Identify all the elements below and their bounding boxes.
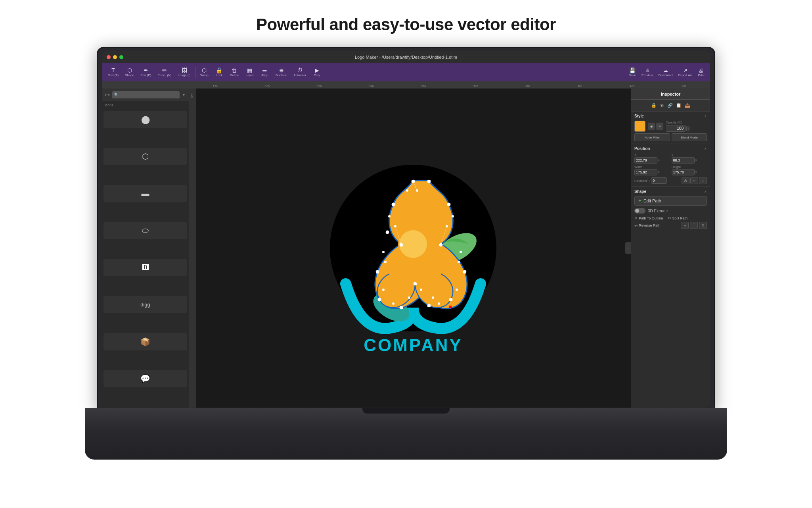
x-input[interactable] [634, 157, 657, 164]
sidebar-chevron[interactable]: ▼ [182, 93, 186, 97]
flip-h-btn[interactable]: ↔ [690, 177, 698, 184]
height-input[interactable] [672, 169, 695, 175]
ruler-mark-160: 160 [241, 85, 293, 88]
curve-tool-btn[interactable]: ⌒ [690, 222, 698, 229]
inspector-export-icon[interactable]: 📤 [685, 103, 690, 108]
sidebar-icon-dropbox[interactable]: 📦 [103, 333, 187, 350]
save-icon: 💾 [629, 68, 636, 73]
toolbar-pen[interactable]: ✒ Pen (P) [138, 66, 154, 78]
toolbar-play[interactable]: ▶ Play [310, 66, 324, 78]
download-icon: ☁ [663, 68, 668, 73]
shape-section-header: Shape ∧ [634, 189, 707, 194]
sidebar-icon-rect[interactable]: ▬ [103, 185, 187, 202]
flip-v-btn[interactable]: ↕ [699, 177, 707, 184]
panel-collapse-btn[interactable]: › [625, 242, 631, 254]
toolbar-sep-1 [195, 67, 195, 78]
layer-icon: ▦ [247, 67, 252, 73]
position-section: Position ∧ X ∨ [631, 144, 710, 187]
logo-container: COMPANY [322, 157, 504, 339]
align-icon: ⚌ [262, 67, 267, 73]
position-chevron[interactable]: ∧ [704, 147, 707, 151]
style-stroke-btn[interactable]: ✏ [656, 123, 663, 130]
toolbar-save[interactable]: 💾 Save [626, 67, 638, 78]
download-label: Download [659, 73, 673, 77]
toolbar-download[interactable]: ☁ Download [656, 67, 675, 78]
toolbar-pencil[interactable]: ✏ Pencil (N) [155, 66, 174, 78]
inspector-copy-icon[interactable]: 📋 [676, 103, 682, 108]
toolbar-shape[interactable]: ⬡ Shape [122, 66, 137, 78]
opacity-input[interactable] [666, 125, 686, 132]
extrude-toggle[interactable] [634, 208, 645, 214]
height-chevron[interactable]: ∨ [695, 171, 697, 174]
svg-point-33 [460, 251, 462, 253]
svg-point-15 [463, 270, 466, 273]
inspector-visibility-icon[interactable]: 👁 [660, 103, 664, 108]
image-icon: 🖼 [182, 67, 187, 73]
toolbar-text[interactable]: T Text (T) [105, 66, 121, 78]
node-filter-label: Node Filter [644, 136, 660, 139]
anchor-tool-btn[interactable]: ↯ [699, 222, 707, 229]
sidebar-icon-blogger[interactable]: 🅱 [103, 259, 187, 276]
width-coord: Width ∨ [634, 165, 670, 175]
rotation-dial[interactable]: ◎ [682, 177, 689, 184]
y-input[interactable] [672, 157, 695, 164]
toolbar-animator[interactable]: ⏱ Animator [291, 66, 309, 78]
ruler-mark-280: 280 [398, 85, 450, 88]
toolbar-export[interactable]: ↗ Export Ani [676, 67, 695, 78]
height-label: Height [672, 165, 707, 169]
search-box[interactable]: 🔍 [112, 91, 180, 98]
sidebar-icon-pill[interactable]: ⬭ [103, 222, 187, 239]
sidebar-icon-digg[interactable]: digg [103, 296, 187, 313]
svg-point-13 [427, 304, 431, 307]
opacity-chevron[interactable]: ∨ [686, 126, 690, 131]
style-fill-btn[interactable]: ◉ [648, 123, 655, 130]
inspector-header: Inspector [631, 89, 710, 100]
boolean-label: Boolean [276, 73, 287, 77]
width-chevron[interactable]: ∨ [658, 171, 660, 174]
rotation-row: Rotation(°) ◎ ↔ ↕ [634, 177, 707, 184]
inspector-lock-icon[interactable]: 🔒 [651, 103, 657, 108]
toolbar-layer[interactable]: ▦ Layer [243, 66, 257, 78]
toolbar-boolean[interactable]: ⊕ Boolean [273, 66, 290, 78]
sidebar-icon-hexagon[interactable]: ⬡ [103, 148, 187, 165]
path-to-outline-btn[interactable]: ✦ Path To Outline [634, 216, 663, 220]
edit-path-button[interactable]: ✦ Edit Path [634, 196, 707, 206]
sidebar-icon-messenger[interactable]: 💬 [103, 370, 187, 387]
sidebar-icon-circle[interactable]: ⬤ [103, 111, 187, 128]
rotation-icons: ◎ ↔ ↕ [682, 177, 707, 184]
blend-mode-btn[interactable]: Blend Mode [672, 133, 707, 141]
toolbar-lock[interactable]: 🔒 Lock [212, 66, 226, 78]
width-input[interactable] [634, 169, 657, 175]
canvas-area[interactable]: 120 [189, 89, 631, 408]
svg-point-14 [449, 298, 452, 301]
y-chevron[interactable]: ∨ [695, 159, 697, 162]
minimize-button[interactable] [113, 55, 117, 59]
svg-point-4 [399, 230, 427, 258]
toolbar-print[interactable]: 🖨 Print [696, 67, 707, 78]
toolbar-group[interactable]: ⬡ Group [197, 66, 211, 78]
svg-point-21 [388, 215, 391, 217]
animator-icon: ⏱ [297, 67, 303, 73]
toolbar-preview[interactable]: 🖥 Preview [639, 67, 655, 78]
preview-icon: 🖥 [645, 68, 650, 73]
color-swatch[interactable] [634, 121, 645, 132]
canvas-content: COMPANY [195, 89, 631, 408]
path-to-outline-label: Path To Outline [639, 216, 663, 220]
node-tool-btn[interactable]: ⬥ [681, 222, 689, 229]
node-filter-btn[interactable]: Node Filter [634, 133, 670, 141]
style-chevron[interactable]: ∧ [704, 114, 707, 118]
toolbar-image[interactable]: 🖼 Image (I) [175, 66, 193, 78]
x-chevron[interactable]: ∨ [658, 159, 660, 162]
reverse-path-btn[interactable]: ↩ Reverse Path [634, 223, 661, 228]
rotation-input[interactable] [651, 177, 667, 184]
inspector-link-icon[interactable]: 🔗 [667, 103, 673, 108]
fullscreen-button[interactable] [119, 55, 123, 59]
canvas-ruler-left: 120 [189, 89, 195, 408]
shape-chevron[interactable]: ∧ [704, 190, 707, 194]
close-button[interactable] [107, 55, 111, 59]
toolbar-align[interactable]: ⚌ Align [258, 66, 272, 78]
split-path-btn[interactable]: ✂ Split Path [668, 216, 688, 220]
svg-rect-36 [449, 306, 452, 308]
toolbar-delete[interactable]: 🗑 Delete [227, 66, 242, 78]
svg-point-26 [392, 302, 395, 305]
